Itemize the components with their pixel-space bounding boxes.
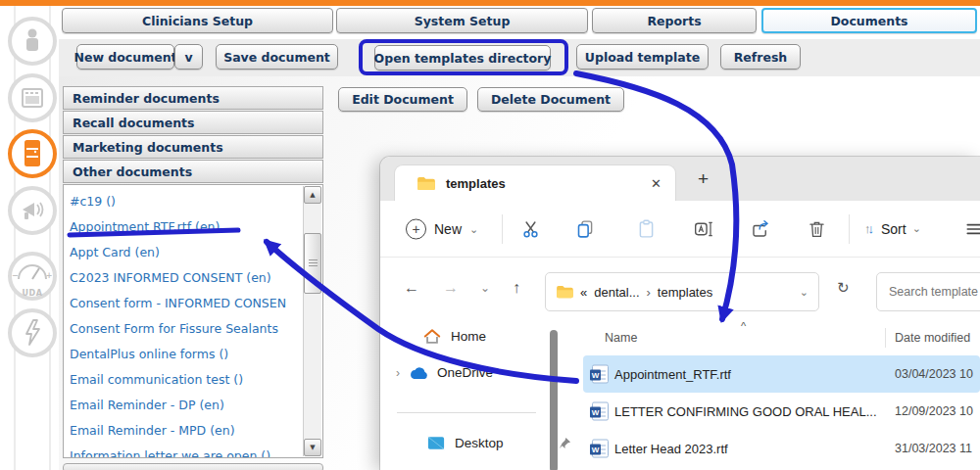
rename-icon bbox=[693, 218, 714, 239]
sort-arrows-icon: ↑↓ bbox=[864, 221, 871, 236]
list-item[interactable]: Appt Card (en) bbox=[64, 240, 299, 265]
plus-circle-icon: + bbox=[406, 218, 426, 239]
scroll-up-icon[interactable]: ▲ bbox=[304, 186, 321, 204]
new-document-dropdown[interactable]: v bbox=[174, 44, 203, 70]
breadcrumb-separator: › bbox=[647, 285, 651, 300]
list-item[interactable]: Information letter we are open () bbox=[64, 444, 299, 458]
column-header-date-modified[interactable]: Date modified bbox=[895, 331, 970, 345]
explorer-body: Home › OneDrive Desktop bbox=[380, 318, 980, 470]
refresh-button[interactable]: Refresh bbox=[720, 44, 801, 70]
nav-item-onedrive[interactable]: › OneDrive bbox=[396, 365, 493, 380]
tab-reports[interactable]: Reports bbox=[592, 8, 757, 33]
expander-icon[interactable]: › bbox=[396, 366, 400, 380]
tab-clinicians-setup[interactable]: Clinicians Setup bbox=[62, 8, 333, 33]
sidebar-item-documents[interactable] bbox=[8, 129, 57, 178]
delete-button[interactable] bbox=[807, 218, 827, 239]
tab-documents[interactable]: Documents bbox=[761, 8, 977, 33]
list-item[interactable]: Appointment RTF.rtf (en) bbox=[64, 214, 299, 240]
file-date: 12/09/2023 10 bbox=[895, 404, 973, 418]
nav-item-home[interactable]: Home bbox=[423, 328, 486, 345]
close-tab-icon[interactable]: ✕ bbox=[651, 176, 662, 191]
scroll-down-icon[interactable]: ▼ bbox=[304, 439, 321, 456]
list-item[interactable]: DentalPlus online forms () bbox=[64, 342, 299, 367]
folder-icon bbox=[416, 176, 435, 191]
breadcrumb-parent[interactable]: dental... bbox=[594, 285, 639, 300]
delete-document-button[interactable]: Delete Document bbox=[477, 87, 624, 112]
file-row[interactable]: W LETTER CONFIRMING GOOD ORAL HEAL... 12… bbox=[583, 393, 980, 430]
file-row[interactable]: W Letter Head 2023.rtf 31/03/2023 11 bbox=[583, 430, 980, 467]
sort-label: Sort bbox=[881, 221, 906, 237]
cut-button[interactable] bbox=[520, 218, 541, 239]
sidebar-item-patients[interactable] bbox=[8, 17, 57, 66]
sidebar-item-calendar[interactable] bbox=[8, 73, 57, 122]
word-file-icon: W bbox=[592, 402, 609, 421]
up-icon[interactable]: ↑ bbox=[513, 279, 520, 297]
scrollbar-thumb[interactable] bbox=[304, 233, 321, 294]
list-item[interactable]: Consent Form for Fissure Sealants bbox=[64, 316, 299, 342]
list-scrollbar[interactable]: ▲ ▼ bbox=[303, 186, 321, 456]
view-list-icon bbox=[965, 218, 980, 239]
chevron-down-icon: ⌄ bbox=[469, 222, 478, 235]
divider bbox=[502, 214, 503, 244]
column-header-name[interactable]: Name bbox=[605, 331, 637, 345]
list-item[interactable]: Email communication test () bbox=[64, 367, 299, 393]
tab-system-setup[interactable]: System Setup bbox=[336, 8, 588, 33]
file-name: Appointment_RTF.rtf bbox=[614, 367, 731, 382]
file-row-selected[interactable]: W Appointment_RTF.rtf 03/04/2023 10 bbox=[583, 355, 980, 393]
new-menu-label: New bbox=[434, 221, 462, 237]
column-divider[interactable] bbox=[885, 328, 886, 348]
sidebar-item-announcements[interactable] bbox=[8, 186, 57, 235]
list-item[interactable]: #c19 () bbox=[64, 189, 299, 214]
paste-button[interactable] bbox=[636, 218, 657, 239]
onedrive-cloud-icon bbox=[408, 366, 429, 380]
new-tab-icon[interactable]: + bbox=[698, 168, 709, 190]
share-button[interactable] bbox=[750, 218, 771, 239]
history-chevron-icon[interactable]: ⌄ bbox=[480, 281, 490, 295]
file-name: Letter Head 2023.rtf bbox=[614, 442, 728, 456]
back-icon[interactable]: ← bbox=[404, 279, 419, 297]
uda-minus: − bbox=[12, 271, 19, 280]
upload-template-button[interactable]: Upload template bbox=[576, 44, 709, 70]
megaphone-icon bbox=[19, 198, 46, 223]
thumb-grip bbox=[309, 259, 318, 267]
view-button[interactable] bbox=[965, 218, 980, 239]
forward-icon[interactable]: → bbox=[443, 279, 459, 297]
category-reminder-documents[interactable]: Reminder documents bbox=[63, 86, 323, 110]
sort-button[interactable]: ↑↓ Sort ⌄ bbox=[864, 221, 921, 237]
refresh-icon[interactable]: ↻ bbox=[837, 279, 850, 297]
app-window: − + UDA Clinicians Setup System Setup Re… bbox=[0, 0, 980, 470]
explorer-navigation-bar: ← → ⌄ ↑ « dental... › templates ⌄ ↻ bbox=[380, 258, 980, 318]
file-explorer-window: templates ✕ + + New ⌄ bbox=[380, 157, 980, 470]
new-menu-button[interactable]: + New ⌄ bbox=[406, 218, 478, 239]
folder-icon bbox=[556, 285, 573, 299]
nav-item-label: OneDrive bbox=[437, 365, 493, 380]
lightning-icon bbox=[22, 318, 43, 348]
new-document-button[interactable]: New document bbox=[76, 44, 174, 70]
list-item[interactable]: Email Reminder - MPD (en) bbox=[64, 418, 299, 444]
chevron-down-icon: ⌄ bbox=[912, 222, 921, 235]
rename-button[interactable] bbox=[693, 218, 714, 239]
category-other-documents[interactable]: Other documents bbox=[63, 160, 323, 183]
address-bar[interactable]: « dental... › templates ⌄ bbox=[545, 272, 819, 311]
copy-button[interactable] bbox=[575, 218, 596, 239]
list-item[interactable]: Email Reminder - DP (en) bbox=[64, 393, 299, 418]
search-input[interactable] bbox=[876, 272, 980, 311]
category-marketing-documents[interactable]: Marketing documents bbox=[63, 135, 323, 159]
address-dropdown-icon[interactable]: ⌄ bbox=[800, 286, 808, 299]
breadcrumb-current[interactable]: templates bbox=[658, 285, 712, 300]
edit-document-button[interactable]: Edit Document bbox=[338, 87, 467, 112]
explorer-scrollbar[interactable] bbox=[550, 330, 558, 470]
word-file-icon: W bbox=[592, 365, 609, 384]
list-item[interactable]: C2023 INFORMED CONSENT (en) bbox=[64, 265, 299, 291]
file-date: 31/03/2023 11 bbox=[895, 442, 972, 455]
sidebar-item-quick-actions[interactable] bbox=[8, 308, 57, 357]
uda-plus: + bbox=[46, 271, 53, 280]
breadcrumb-ellipsis[interactable]: « bbox=[580, 285, 587, 300]
sidebar-item-uda[interactable]: − + UDA bbox=[8, 252, 57, 301]
save-document-button[interactable]: Save document bbox=[216, 44, 338, 70]
list-item[interactable]: Consent form - INFORMED CONSEN bbox=[64, 291, 299, 316]
trash-icon bbox=[807, 218, 827, 239]
category-recall-documents[interactable]: Recall documents bbox=[63, 111, 323, 134]
explorer-tab-templates[interactable]: templates ✕ bbox=[394, 164, 676, 201]
word-file-icon: W bbox=[592, 440, 609, 458]
